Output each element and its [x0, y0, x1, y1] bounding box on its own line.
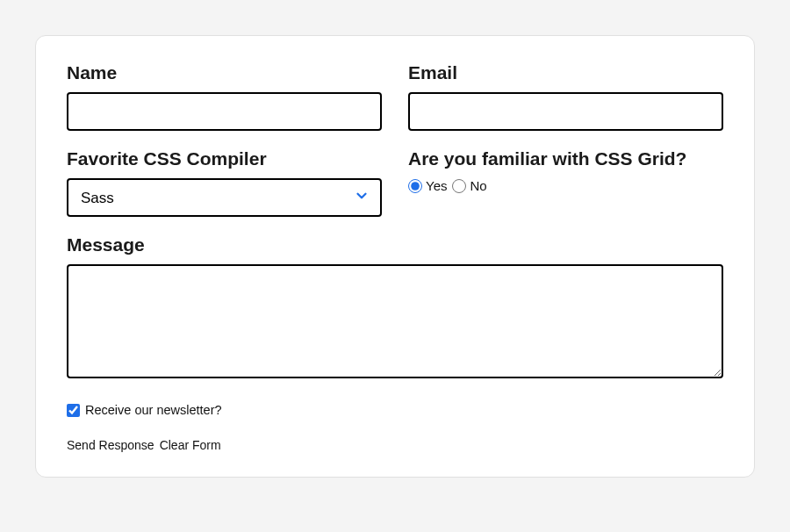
form-actions: Send Response Clear Form	[67, 438, 723, 452]
compiler-field: Favorite CSS Compiler Sass	[67, 148, 382, 217]
cssgrid-no-option[interactable]: No	[452, 178, 486, 193]
send-response-button[interactable]: Send Response	[67, 438, 154, 452]
message-label: Message	[67, 234, 723, 255]
cssgrid-label: Are you familiar with CSS Grid?	[408, 148, 723, 169]
name-field: Name	[67, 62, 382, 131]
cssgrid-yes-label: Yes	[426, 178, 447, 193]
compiler-select[interactable]: Sass	[67, 178, 382, 217]
cssgrid-field: Are you familiar with CSS Grid? Yes No	[408, 148, 723, 217]
newsletter-row[interactable]: Receive our newsletter?	[67, 403, 723, 417]
cssgrid-no-radio[interactable]	[452, 179, 466, 193]
cssgrid-yes-option[interactable]: Yes	[408, 178, 447, 193]
clear-form-button[interactable]: Clear Form	[160, 438, 221, 452]
newsletter-checkbox[interactable]	[67, 404, 80, 417]
name-input[interactable]	[67, 92, 382, 131]
message-field: Message	[67, 234, 723, 382]
cssgrid-yes-radio[interactable]	[408, 179, 422, 193]
compiler-label: Favorite CSS Compiler	[67, 148, 382, 169]
newsletter-label: Receive our newsletter?	[85, 403, 222, 417]
email-field: Email	[408, 62, 723, 131]
message-textarea[interactable]	[67, 264, 723, 378]
email-label: Email	[408, 62, 723, 83]
contact-form-card: Name Email Favorite CSS Compiler Sass Ar…	[35, 35, 755, 478]
name-label: Name	[67, 62, 382, 83]
cssgrid-no-label: No	[470, 178, 486, 193]
email-input[interactable]	[408, 92, 723, 131]
